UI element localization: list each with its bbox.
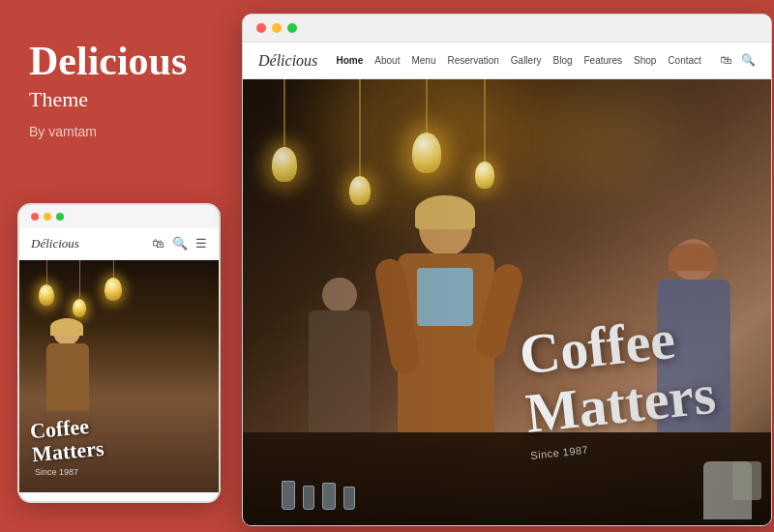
mobile-dot-yellow [44,213,51,221]
mobile-nav-icons: 🛍 🔍 ☰ [152,236,207,251]
mobile-coffee-text: Coffee Matters [29,413,104,466]
mobile-mockup: Délicious 🛍 🔍 ☰ [17,203,221,503]
browser-nav-icons: 🛍 🔍 [720,53,756,68]
nav-item-reservation[interactable]: Reservation [447,55,498,66]
nav-item-blog[interactable]: Blog [553,55,573,66]
theme-subtitle: Theme [29,87,88,112]
theme-author: By vamtam [29,124,97,139]
mobile-hero-image: Coffee Matters Since 1987 [19,260,219,492]
nav-item-gallery[interactable]: Gallery [511,55,542,66]
mobile-dot-red [31,213,39,221]
nav-item-contact[interactable]: Contact [668,55,700,66]
browser-search-icon[interactable]: 🔍 [741,53,756,68]
browser-hero: Coffee Matters Since 1987 [243,79,771,526]
nav-item-about[interactable]: About [374,55,400,66]
mobile-top-bar [19,205,219,228]
browser-top-bar [243,15,771,43]
browser-menu-items: Home About Menu Reservation Gallery Blog… [337,55,701,66]
browser-dot-red [256,23,266,33]
mobile-search-icon: 🔍 [172,236,188,251]
browser-mockup: Délicious Home About Menu Reservation Ga… [242,14,772,526]
browser-bag-icon[interactable]: 🛍 [720,53,731,68]
browser-dot-yellow [272,23,282,33]
nav-item-home[interactable]: Home [337,55,364,66]
mobile-dot-green [56,213,64,221]
nav-item-menu[interactable]: Menu [411,55,435,66]
theme-title: Delicious [29,39,187,83]
mobile-nav: Délicious 🛍 🔍 ☰ [19,228,219,260]
browser-nav: Délicious Home About Menu Reservation Ga… [243,43,771,79]
browser-logo: Délicious [258,52,317,70]
mobile-menu-icon: ☰ [195,236,207,251]
hero-overlay [243,79,771,526]
nav-item-shop[interactable]: Shop [634,55,656,66]
browser-dot-green [287,23,297,33]
mobile-coffee-since: Since 1987 [35,467,78,477]
mobile-logo: Délicious [31,236,79,251]
nav-item-features[interactable]: Features [584,55,622,66]
mobile-cart-icon: 🛍 [152,236,164,251]
